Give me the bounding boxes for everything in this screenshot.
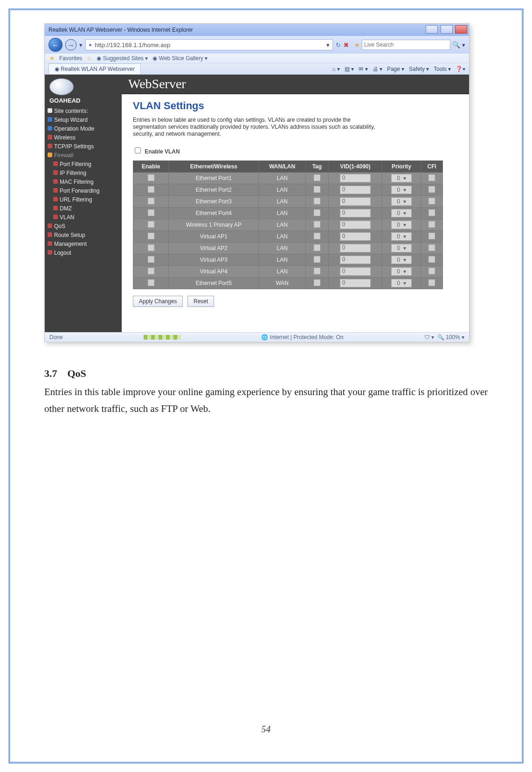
help-icon[interactable]: ❓▾: [456, 66, 465, 72]
row-cfi-checkbox[interactable]: [428, 209, 435, 216]
history-dropdown-icon[interactable]: ▾: [79, 42, 83, 49]
sidebar-item-management[interactable]: Management: [48, 240, 122, 249]
row-enable-checkbox[interactable]: [148, 279, 154, 286]
menu-tools[interactable]: Tools ▾: [434, 66, 451, 72]
row-tag-checkbox[interactable]: [314, 268, 320, 274]
sidebar-item-wireless[interactable]: Wireless: [48, 133, 122, 142]
row-vid-input[interactable]: 0: [340, 186, 371, 194]
status-zoom[interactable]: 100%: [446, 334, 460, 341]
row-priority-select[interactable]: 0 ▾: [391, 209, 412, 217]
favorites-label[interactable]: Favorites: [59, 55, 82, 62]
row-cfi-checkbox[interactable]: [428, 198, 435, 204]
row-tag-checkbox[interactable]: [314, 209, 320, 216]
row-tag-checkbox[interactable]: [314, 198, 320, 204]
enable-vlan-checkbox[interactable]: [135, 147, 141, 153]
row-vid-input[interactable]: 0: [340, 232, 371, 241]
row-enable-checkbox[interactable]: [148, 268, 154, 274]
sidebar-item-dmz[interactable]: DMZ: [53, 204, 122, 213]
row-vid-input[interactable]: 0: [340, 267, 371, 276]
row-cfi-checkbox[interactable]: [428, 244, 435, 251]
row-tag-checkbox[interactable]: [314, 233, 320, 239]
row-enable-checkbox[interactable]: [148, 174, 154, 181]
row-priority-select[interactable]: 0 ▾: [391, 186, 412, 194]
row-vid-input[interactable]: 0: [340, 256, 371, 264]
row-tag-checkbox[interactable]: [314, 221, 320, 228]
sidebar-item-firewall[interactable]: Firewall: [48, 151, 122, 160]
row-vid-input[interactable]: 0: [340, 209, 371, 217]
row-tag-checkbox[interactable]: [314, 256, 320, 263]
sidebar-item-setup-wizard[interactable]: Setup Wizard: [48, 116, 122, 125]
row-cfi-checkbox[interactable]: [428, 186, 435, 193]
forward-button[interactable]: →: [65, 39, 76, 50]
search-dropdown-icon[interactable]: ▾: [462, 42, 465, 49]
row-tag-checkbox[interactable]: [314, 174, 320, 181]
table-row: Wireless 1 Primary APLAN00 ▾: [133, 219, 443, 231]
sidebar-item-route-setup[interactable]: Route Setup: [48, 231, 122, 240]
sidebar-item-mac-filtering[interactable]: MAC Filtering: [53, 178, 122, 187]
row-priority-select[interactable]: 0 ▾: [391, 279, 412, 287]
row-tag-checkbox[interactable]: [314, 186, 320, 193]
sidebar-item-qos[interactable]: QoS: [48, 222, 122, 231]
refresh-icon[interactable]: ↻: [336, 42, 341, 49]
row-cfi-checkbox[interactable]: [428, 221, 435, 228]
minimize-button[interactable]: [426, 25, 438, 34]
sidebar-item-port-filtering[interactable]: Port Filtering: [53, 160, 122, 169]
row-cfi-checkbox[interactable]: [428, 256, 435, 263]
status-protected-icon[interactable]: 🛡 ▾: [424, 334, 434, 341]
row-vid-input[interactable]: 0: [340, 221, 371, 229]
stop-icon[interactable]: ✖: [344, 42, 349, 49]
row-enable-checkbox[interactable]: [148, 198, 154, 204]
favorites-star-icon[interactable]: ★: [49, 55, 55, 62]
home-icon[interactable]: ⌂ ▾: [332, 66, 340, 72]
url-field[interactable]: ● http://192.168.1.1/home.asp ▾: [85, 39, 333, 50]
menu-safety[interactable]: Safety ▾: [409, 66, 429, 72]
sidebar-item-vlan[interactable]: VLAN: [53, 213, 122, 222]
zoom-icon[interactable]: 🔍: [437, 334, 444, 341]
menu-page[interactable]: Page ▾: [387, 66, 404, 72]
mail-icon[interactable]: ✉ ▾: [359, 66, 367, 72]
row-enable-checkbox[interactable]: [148, 221, 154, 228]
link-suggested[interactable]: ◉ Suggested Sites ▾: [97, 55, 148, 62]
sidebar-item-port-forwarding[interactable]: Port Forwarding: [53, 187, 122, 195]
row-cfi-checkbox[interactable]: [428, 279, 435, 286]
row-vid-input[interactable]: 0: [340, 244, 371, 252]
favorites-add-icon[interactable]: ☆: [87, 55, 92, 62]
row-enable-checkbox[interactable]: [148, 186, 154, 193]
apply-button[interactable]: Apply Changes: [133, 296, 183, 307]
sidebar-item-tcpip[interactable]: TCP/IP Settings: [48, 142, 122, 151]
row-priority-select[interactable]: 0 ▾: [391, 232, 412, 241]
row-tag-checkbox[interactable]: [314, 244, 320, 251]
search-input[interactable]: [362, 40, 450, 50]
back-button[interactable]: ←: [48, 38, 62, 52]
row-enable-checkbox[interactable]: [148, 244, 154, 251]
row-enable-checkbox[interactable]: [148, 209, 154, 216]
tab-active[interactable]: ◉ Realtek WLAN AP Webserver: [48, 63, 141, 74]
feeds-icon[interactable]: ▤ ▾: [345, 66, 354, 72]
link-gallery[interactable]: ◉ Web Slice Gallery ▾: [152, 55, 207, 62]
row-priority-select[interactable]: 0 ▾: [391, 256, 412, 264]
sidebar-item-operation-mode[interactable]: Operation Mode: [48, 125, 122, 133]
sidebar-item-ip-filtering[interactable]: IP Filtering: [53, 169, 122, 178]
row-priority-select[interactable]: 0 ▾: [391, 174, 412, 182]
row-tag-checkbox[interactable]: [314, 279, 320, 286]
row-enable-checkbox[interactable]: [148, 233, 154, 239]
row-vid-input[interactable]: 0: [340, 279, 371, 287]
print-icon[interactable]: 🖨 ▾: [373, 66, 382, 72]
row-cfi-checkbox[interactable]: [428, 233, 435, 239]
reset-button[interactable]: Reset: [187, 296, 214, 307]
row-cfi-checkbox[interactable]: [428, 174, 435, 181]
row-enable-checkbox[interactable]: [148, 256, 154, 263]
maximize-button[interactable]: [441, 25, 453, 34]
row-priority-select[interactable]: 0 ▾: [391, 267, 412, 276]
sidebar-item-url-filtering[interactable]: URL Filtering: [53, 195, 122, 204]
url-dropdown-icon[interactable]: ▾: [326, 42, 330, 49]
row-vid-input[interactable]: 0: [340, 197, 371, 206]
close-button[interactable]: [455, 25, 467, 34]
sidebar-item-logout[interactable]: Logout: [48, 249, 122, 257]
row-priority-select[interactable]: 0 ▾: [391, 244, 412, 252]
row-cfi-checkbox[interactable]: [428, 268, 435, 274]
row-priority-select[interactable]: 0 ▾: [391, 197, 412, 206]
search-icon[interactable]: 🔍: [452, 41, 460, 49]
row-vid-input[interactable]: 0: [340, 174, 371, 182]
row-priority-select[interactable]: 0 ▾: [391, 221, 412, 229]
